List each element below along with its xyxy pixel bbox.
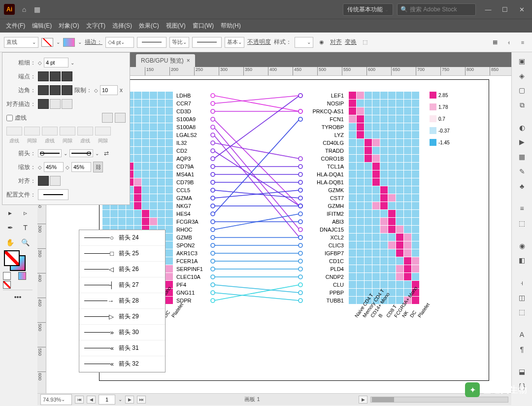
prev-artboard-icon[interactable]: ◀	[87, 396, 96, 404]
zoom-tool-icon[interactable]: 🔍	[18, 236, 33, 249]
menu-type[interactable]: 文字(T)	[83, 20, 108, 32]
edit-toolbar-icon[interactable]: •••	[3, 290, 33, 304]
appearance-icon[interactable]: ◉	[512, 239, 532, 253]
arrow-option[interactable]: ◁箭头 26	[79, 262, 165, 277]
align-center[interactable]	[38, 99, 49, 109]
dashed-checkbox[interactable]	[6, 115, 13, 121]
properties-icon[interactable]: ▣	[512, 54, 532, 68]
arrow-option[interactable]: →箭头 28	[79, 293, 165, 309]
dash-align[interactable]	[115, 113, 126, 123]
menu-window[interactable]: 窗口(W)	[190, 20, 217, 32]
swatches-icon[interactable]: ▦	[512, 150, 532, 164]
transform-icon[interactable]: ⬚	[512, 305, 532, 319]
scale-right-input[interactable]	[71, 162, 91, 172]
weight-input[interactable]	[44, 58, 68, 68]
first-artboard-icon[interactable]: ⏮	[75, 396, 84, 404]
join-miter[interactable]	[38, 85, 49, 95]
gradient-mode-icon[interactable]	[18, 272, 26, 280]
arrow-align-extend[interactable]	[38, 176, 49, 186]
uniform-select[interactable]: 等比 ⌄	[169, 37, 189, 48]
transparency-icon[interactable]: ◧	[512, 253, 532, 267]
align-panel-icon[interactable]: ⫞	[512, 276, 532, 290]
limit-input[interactable]	[100, 85, 118, 95]
arrow-start-select[interactable]	[38, 149, 62, 157]
join-bevel[interactable]	[62, 85, 72, 95]
menu-file[interactable]: 文件(F)	[3, 20, 28, 32]
menu-object[interactable]: 对象(O)	[56, 20, 82, 32]
align-inside[interactable]	[50, 99, 61, 109]
brushes-icon[interactable]: ✎	[512, 165, 532, 178]
workspace-select[interactable]: 传统基本功能 ⌄	[343, 3, 393, 16]
stroke-swatch[interactable]	[63, 38, 75, 47]
cap-square[interactable]	[62, 71, 72, 81]
menu-view[interactable]: 视图(V)	[163, 20, 189, 32]
h-scrollbar[interactable]	[370, 397, 508, 403]
menu-effect[interactable]: 效果(C)	[136, 20, 162, 32]
stroke-panel-icon[interactable]: ≡	[512, 202, 532, 215]
maximize-icon[interactable]: ☐	[499, 4, 511, 14]
profile-select[interactable]	[38, 189, 68, 200]
artboard-page-input[interactable]	[99, 395, 115, 405]
isolate-icon[interactable]: ⬚	[360, 37, 370, 48]
asset-export-icon[interactable]: ⬓	[512, 365, 532, 378]
brush-select[interactable]	[192, 37, 222, 48]
direct-selection-tool-icon[interactable]: ▹	[18, 206, 33, 220]
symbols-icon[interactable]: ♣	[512, 179, 532, 193]
none-mode-icon[interactable]	[3, 281, 11, 289]
link-scale-icon[interactable]: ⛓	[93, 162, 103, 172]
style-select[interactable]: ⌄	[295, 37, 313, 48]
recolor-icon[interactable]: ◉	[316, 37, 327, 48]
arrow-option[interactable]: □箭头 25	[79, 246, 165, 262]
graphic-styles-icon[interactable]: ⬚	[512, 216, 532, 230]
arrow-end-select[interactable]	[69, 149, 93, 157]
zoom-select[interactable]: 74.93% ⌄	[40, 394, 72, 405]
arrow-option[interactable]: «箭头 31	[79, 340, 165, 356]
gradient-icon[interactable]: ▶	[512, 135, 532, 149]
search-input[interactable]: 🔍搜索 Adobe Stock	[397, 3, 476, 16]
arrow-option[interactable]: »箭头 30	[79, 325, 165, 340]
minimize-icon[interactable]: —	[482, 4, 495, 14]
artboards-icon[interactable]: ⧉	[512, 98, 532, 112]
home-icon[interactable]: ⌂	[19, 4, 30, 15]
menu-icon[interactable]: ≡	[517, 37, 528, 48]
pen-tool-icon[interactable]: ✒	[3, 221, 17, 235]
pathfinder-icon[interactable]: ◫	[512, 291, 532, 304]
doc-setup-icon[interactable]: ▦	[490, 37, 500, 48]
join-round[interactable]	[50, 85, 61, 95]
swap-arrows-icon[interactable]: ⇄	[104, 150, 109, 157]
type-tool-icon[interactable]: T	[18, 221, 33, 235]
chevron-down-icon[interactable]: ⌄	[70, 60, 74, 66]
close-tab-icon[interactable]: ×	[187, 57, 190, 64]
hand-tool-icon[interactable]: ✋	[3, 236, 17, 249]
menu-select[interactable]: 选择(S)	[109, 20, 135, 32]
close-icon[interactable]: ✕	[515, 4, 528, 14]
menu-help[interactable]: 帮助(H)	[218, 20, 244, 32]
pref-icon[interactable]: ⫞	[503, 37, 514, 48]
last-artboard-icon[interactable]: ⏭	[137, 396, 146, 404]
tool-select[interactable]: 直线 ⌄	[4, 37, 38, 48]
libraries-icon[interactable]: ▢	[512, 83, 532, 97]
basic-select[interactable]: 基本 ⌄	[225, 37, 244, 48]
fill-swatch[interactable]	[41, 38, 53, 47]
arrange-icon[interactable]: ▦ ⌄	[33, 4, 44, 15]
fill-stroke-icon[interactable]	[3, 250, 33, 271]
scale-left-input[interactable]	[44, 162, 64, 172]
scroll-right-icon[interactable]: ▶	[359, 396, 367, 404]
color-mode-icon[interactable]	[3, 272, 11, 280]
width-profile[interactable]	[137, 37, 166, 48]
arrow-option[interactable]: ▷箭头 29	[79, 309, 165, 325]
selection-tool-icon[interactable]: ▸	[3, 206, 17, 220]
arrow-option[interactable]: ┤箭头 27	[79, 277, 165, 293]
next-artboard-icon[interactable]: ▶	[125, 396, 134, 404]
dash-preserve[interactable]	[102, 113, 113, 123]
document-tab[interactable]: RGB/GPU 预览) ×	[136, 54, 195, 67]
align-outside[interactable]	[62, 99, 72, 109]
arrow-option[interactable]: «箭头 32	[79, 356, 165, 372]
char-panel-icon[interactable]: A	[512, 328, 532, 341]
cap-butt[interactable]	[38, 71, 49, 81]
layers-icon[interactable]: ◈	[512, 69, 532, 83]
stroke-weight[interactable]: ◇ 4 pt ⌄	[105, 37, 134, 48]
cap-round[interactable]	[50, 71, 61, 81]
menu-edit[interactable]: 编辑(E)	[29, 20, 55, 32]
arrow-align-tip[interactable]	[50, 176, 61, 186]
